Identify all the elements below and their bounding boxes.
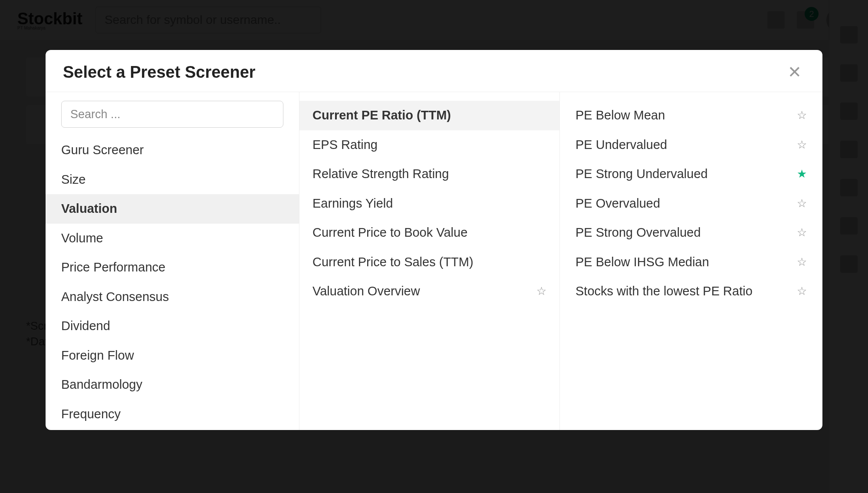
category-label: Size — [61, 170, 85, 189]
category-item[interactable]: Dividend — [46, 311, 299, 341]
modal-overlay[interactable]: Select a Preset Screener ✕ Guru Screener… — [0, 0, 868, 493]
star-icon[interactable]: ★ — [797, 165, 807, 182]
modal-title: Select a Preset Screener — [63, 63, 256, 82]
subcategory-item[interactable]: Current Price to Sales (TTM) — [299, 248, 559, 277]
subcategory-item[interactable]: Relative Strength Rating — [299, 159, 559, 189]
preset-column: PE Below Mean☆PE Undervalued☆PE Strong U… — [560, 92, 822, 430]
star-icon[interactable]: ☆ — [797, 254, 807, 271]
preset-item[interactable]: Stocks with the lowest PE Ratio☆ — [560, 277, 822, 306]
category-label: Price Performance — [61, 258, 165, 277]
preset-item[interactable]: PE Below Mean☆ — [560, 101, 822, 130]
category-item[interactable]: Frequency — [46, 400, 299, 429]
subcategory-item[interactable]: Current Price to Book Value — [299, 218, 559, 248]
preset-label: PE Below IHSG Median — [575, 253, 709, 272]
preset-item[interactable]: PE Strong Undervalued★ — [560, 159, 822, 189]
preset-label: PE Overvalued — [575, 194, 660, 213]
subcategory-label: Current Price to Book Value — [312, 223, 467, 242]
search-wrap — [46, 101, 299, 136]
preset-item[interactable]: PE Below IHSG Median☆ — [560, 248, 822, 277]
preset-label: PE Below Mean — [575, 106, 665, 125]
category-item[interactable]: Analyst Consensus — [46, 282, 299, 312]
preset-label: PE Strong Undervalued — [575, 165, 708, 184]
star-icon[interactable]: ☆ — [797, 107, 807, 124]
star-icon[interactable]: ☆ — [797, 283, 807, 300]
category-item[interactable]: Foreign Flow — [46, 341, 299, 371]
category-item[interactable]: Bandarmology — [46, 370, 299, 400]
subcategory-item[interactable]: Valuation Overview☆ — [299, 277, 559, 306]
category-label: Bandarmology — [61, 375, 142, 394]
subcategory-label: Valuation Overview — [312, 282, 420, 301]
subcategory-item[interactable]: EPS Rating — [299, 130, 559, 160]
star-icon[interactable]: ☆ — [797, 136, 807, 153]
category-item[interactable]: Guru Screener — [46, 136, 299, 165]
subcategory-label: Current Price to Sales (TTM) — [312, 253, 473, 272]
star-icon[interactable]: ☆ — [536, 283, 546, 300]
star-icon[interactable]: ☆ — [797, 224, 807, 241]
subcategory-label: Earnings Yield — [312, 194, 393, 213]
category-item[interactable]: Size — [46, 165, 299, 195]
category-item[interactable]: Volume — [46, 224, 299, 253]
modal-body: Guru ScreenerSizeValuationVolumePrice Pe… — [46, 92, 822, 430]
preset-item[interactable]: PE Undervalued☆ — [560, 130, 822, 160]
preset-screener-modal: Select a Preset Screener ✕ Guru Screener… — [46, 50, 822, 430]
category-item[interactable]: Income Statement — [46, 429, 299, 430]
preset-list: PE Below Mean☆PE Undervalued☆PE Strong U… — [560, 101, 822, 306]
category-column: Guru ScreenerSizeValuationVolumePrice Pe… — [46, 92, 299, 430]
subcategory-column: Current PE Ratio (TTM)EPS RatingRelative… — [299, 92, 560, 430]
subcategory-item[interactable]: Earnings Yield — [299, 189, 559, 218]
close-button[interactable]: ✕ — [784, 62, 805, 82]
modal-header: Select a Preset Screener ✕ — [46, 50, 822, 92]
preset-search-input[interactable] — [61, 101, 283, 128]
subcategory-label: Current PE Ratio (TTM) — [312, 106, 451, 125]
category-label: Guru Screener — [61, 141, 144, 160]
subcategory-label: EPS Rating — [312, 136, 378, 155]
preset-item[interactable]: PE Strong Overvalued☆ — [560, 218, 822, 248]
preset-label: PE Strong Overvalued — [575, 223, 701, 242]
subcategory-list: Current PE Ratio (TTM)EPS RatingRelative… — [299, 101, 559, 306]
subcategory-item[interactable]: Current PE Ratio (TTM) — [299, 101, 559, 130]
preset-item[interactable]: PE Overvalued☆ — [560, 189, 822, 218]
close-icon: ✕ — [788, 63, 802, 81]
preset-label: Stocks with the lowest PE Ratio — [575, 282, 753, 301]
subcategory-label: Relative Strength Rating — [312, 165, 449, 184]
category-item[interactable]: Price Performance — [46, 253, 299, 282]
category-label: Frequency — [61, 405, 121, 424]
category-list: Guru ScreenerSizeValuationVolumePrice Pe… — [46, 136, 299, 430]
category-item[interactable]: Valuation — [46, 194, 299, 224]
category-label: Valuation — [61, 199, 117, 218]
preset-label: PE Undervalued — [575, 136, 667, 155]
star-icon[interactable]: ☆ — [797, 195, 807, 212]
category-label: Volume — [61, 229, 103, 248]
category-label: Foreign Flow — [61, 346, 134, 365]
category-label: Dividend — [61, 317, 110, 336]
category-label: Analyst Consensus — [61, 288, 169, 307]
